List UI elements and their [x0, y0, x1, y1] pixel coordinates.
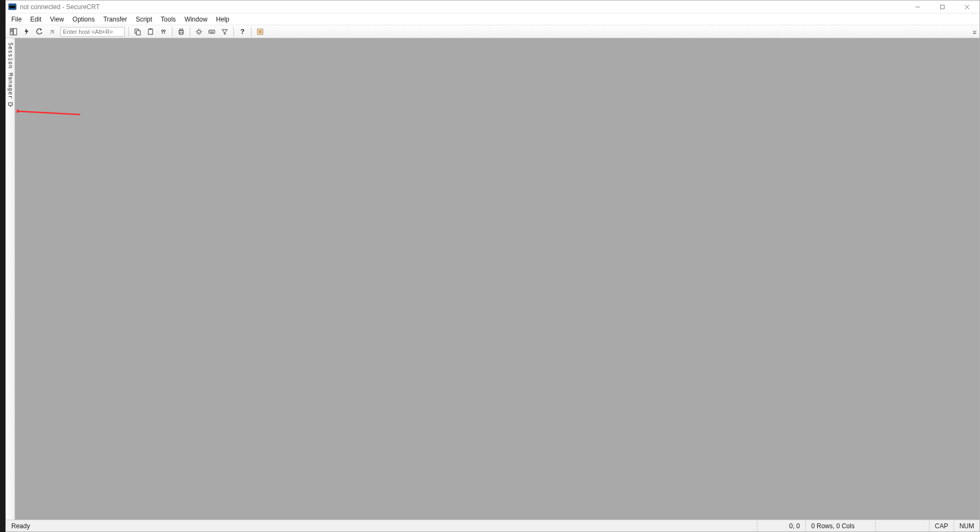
session-options-button[interactable] — [193, 26, 205, 37]
toolbar-separator — [190, 27, 190, 37]
menu-view[interactable]: View — [46, 13, 68, 25]
svg-line-31 — [201, 30, 201, 30]
menubar: File Edit View Options Transfer Script T… — [6, 13, 979, 25]
svg-rect-35 — [211, 31, 211, 31]
svg-rect-11 — [13, 29, 17, 35]
menu-options[interactable]: Options — [68, 13, 99, 25]
session-manager-button[interactable] — [8, 26, 19, 37]
menu-window[interactable]: Window — [180, 13, 212, 25]
status-cursor: 0, 0 — [757, 520, 805, 531]
toolbar-separator — [233, 27, 234, 37]
pin-icon — [8, 102, 13, 108]
quick-connect-button[interactable] — [20, 26, 32, 37]
paste-button[interactable] — [145, 26, 156, 37]
close-button[interactable] — [955, 1, 979, 13]
toolbar-overflow-button[interactable] — [971, 26, 978, 37]
terminal-area[interactable] — [15, 38, 979, 520]
desktop-background-strip — [0, 0, 5, 532]
toolbar: ? — [6, 25, 979, 38]
svg-line-32 — [197, 33, 197, 33]
menu-edit[interactable]: Edit — [26, 13, 46, 25]
maximize-button[interactable] — [930, 1, 955, 13]
toolbar-separator — [128, 27, 129, 37]
svg-point-18 — [164, 30, 166, 31]
status-text: Ready — [6, 520, 35, 531]
status-caps: CAP — [929, 520, 954, 531]
session-manager-tab-label: Session Manager — [8, 42, 13, 99]
svg-rect-16 — [149, 29, 152, 30]
disconnect-button[interactable] — [46, 26, 58, 37]
app-icon — [8, 3, 17, 11]
titlebar[interactable]: not connected - SecureCRT — [6, 1, 979, 13]
statusbar: Ready 0, 0 0 Rows, 0 Cols CAP NUM — [6, 520, 979, 531]
svg-rect-23 — [180, 33, 183, 34]
filter-button[interactable] — [219, 26, 231, 37]
reconnect-button[interactable] — [33, 26, 45, 37]
copy-button[interactable] — [132, 26, 144, 37]
window-title: not connected - SecureCRT — [20, 3, 100, 11]
question-icon: ? — [240, 27, 245, 36]
work-area: Session Manager — [6, 38, 979, 520]
svg-rect-37 — [213, 31, 213, 31]
keyboard-button[interactable] — [206, 26, 218, 37]
svg-rect-14 — [137, 31, 140, 35]
menu-script[interactable]: Script — [131, 13, 156, 25]
minimize-button[interactable] — [905, 1, 930, 13]
svg-rect-40 — [259, 30, 262, 33]
toolbar-separator — [251, 27, 252, 37]
host-input[interactable] — [60, 27, 125, 37]
menu-transfer[interactable]: Transfer — [99, 13, 131, 25]
svg-line-30 — [201, 33, 201, 33]
svg-rect-4 — [941, 5, 945, 9]
svg-rect-34 — [210, 31, 210, 31]
status-num: NUM — [954, 520, 979, 531]
find-button[interactable] — [158, 26, 169, 37]
svg-rect-42 — [9, 103, 12, 105]
svg-rect-38 — [210, 32, 213, 32]
help-button[interactable]: ? — [237, 26, 248, 37]
svg-rect-33 — [209, 30, 215, 33]
menu-help[interactable]: Help — [212, 13, 234, 25]
button-bar-toggle[interactable] — [254, 26, 266, 37]
svg-point-17 — [162, 30, 163, 31]
svg-rect-22 — [180, 29, 183, 31]
toolbar-separator — [172, 27, 173, 37]
securecrt-window: not connected - SecureCRT File Edit View… — [5, 0, 980, 532]
svg-rect-15 — [148, 29, 153, 34]
window-controls — [905, 1, 979, 13]
menu-file[interactable]: File — [7, 13, 26, 25]
status-size: 0 Rows, 0 Cols — [805, 520, 875, 531]
session-manager-tab[interactable]: Session Manager — [6, 38, 15, 520]
svg-rect-36 — [212, 31, 212, 31]
svg-line-29 — [197, 30, 197, 30]
svg-point-24 — [197, 30, 201, 33]
print-button[interactable] — [175, 26, 187, 37]
menu-tools[interactable]: Tools — [156, 13, 180, 25]
svg-rect-2 — [10, 4, 16, 5]
status-blank — [875, 520, 929, 531]
